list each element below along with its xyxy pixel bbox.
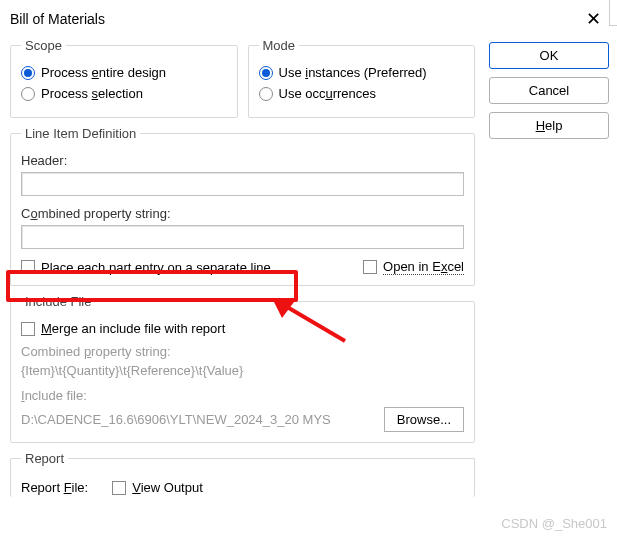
checkbox-label: View Output bbox=[132, 480, 203, 495]
mode-legend: Mode bbox=[259, 38, 300, 53]
radio-label: Use occurrences bbox=[279, 86, 377, 101]
combined-label: Combined property string: bbox=[21, 206, 464, 221]
include-combined-label: Combined property string: bbox=[21, 344, 464, 359]
radio-icon bbox=[259, 66, 273, 80]
line-item-definition-group: Line Item Definition Header: Combined pr… bbox=[10, 126, 475, 286]
radio-label: Process entire design bbox=[41, 65, 166, 80]
scope-group: Scope Process entire design Process sele… bbox=[10, 38, 238, 118]
include-combined-value: {Item}\t{Quantity}\t{Reference}\t{Value} bbox=[21, 363, 464, 378]
radio-label: Process selection bbox=[41, 86, 143, 101]
report-legend: Report bbox=[21, 451, 68, 466]
combined-property-input[interactable] bbox=[21, 225, 464, 249]
radio-icon bbox=[259, 87, 273, 101]
help-button[interactable]: Help bbox=[489, 112, 609, 139]
scope-legend: Scope bbox=[21, 38, 66, 53]
checkbox-label: Merge an include file with report bbox=[41, 321, 225, 336]
ok-button[interactable]: OK bbox=[489, 42, 609, 69]
radio-icon bbox=[21, 66, 35, 80]
radio-use-instances[interactable]: Use instances (Preferred) bbox=[259, 65, 465, 80]
mode-group: Mode Use instances (Preferred) Use occur… bbox=[248, 38, 476, 118]
radio-use-occurrences[interactable]: Use occurrences bbox=[259, 86, 465, 101]
radio-process-entire-design[interactable]: Process entire design bbox=[21, 65, 227, 80]
radio-label: Use instances (Preferred) bbox=[279, 65, 427, 80]
cancel-button[interactable]: Cancel bbox=[489, 77, 609, 104]
header-label: Header: bbox=[21, 153, 464, 168]
include-file-label: Include file: bbox=[21, 388, 464, 403]
dialog-title: Bill of Materials bbox=[10, 11, 105, 27]
browse-button[interactable]: Browse... bbox=[384, 407, 464, 432]
include-file-value: D:\CADENCE_16.6\6906\YLT\NEW_2024_3_20 M… bbox=[21, 412, 376, 427]
checkbox-icon bbox=[21, 322, 35, 336]
checkbox-merge-include[interactable]: Merge an include file with report bbox=[21, 321, 464, 336]
lineitem-legend: Line Item Definition bbox=[21, 126, 140, 141]
checkbox-icon bbox=[21, 260, 35, 274]
checkbox-label: Place each part entry on a separate line bbox=[41, 260, 271, 275]
checkbox-separate-line[interactable]: Place each part entry on a separate line bbox=[21, 260, 271, 275]
radio-icon bbox=[21, 87, 35, 101]
include-legend: Include File bbox=[21, 294, 95, 309]
report-file-label: Report File: bbox=[21, 480, 88, 495]
checkbox-icon bbox=[112, 481, 126, 495]
radio-process-selection[interactable]: Process selection bbox=[21, 86, 227, 101]
close-icon[interactable]: ✕ bbox=[576, 6, 611, 32]
checkbox-label: Open in Excel bbox=[383, 259, 464, 275]
checkbox-open-in-excel[interactable]: Open in Excel bbox=[363, 259, 464, 275]
header-input[interactable] bbox=[21, 172, 464, 196]
report-group: Report Report File: View Output bbox=[10, 451, 475, 497]
checkbox-icon bbox=[363, 260, 377, 274]
watermark: CSDN @_She001 bbox=[501, 516, 607, 531]
include-file-group: Include File Merge an include file with … bbox=[10, 294, 475, 443]
checkbox-view-output[interactable]: View Output bbox=[112, 480, 203, 495]
